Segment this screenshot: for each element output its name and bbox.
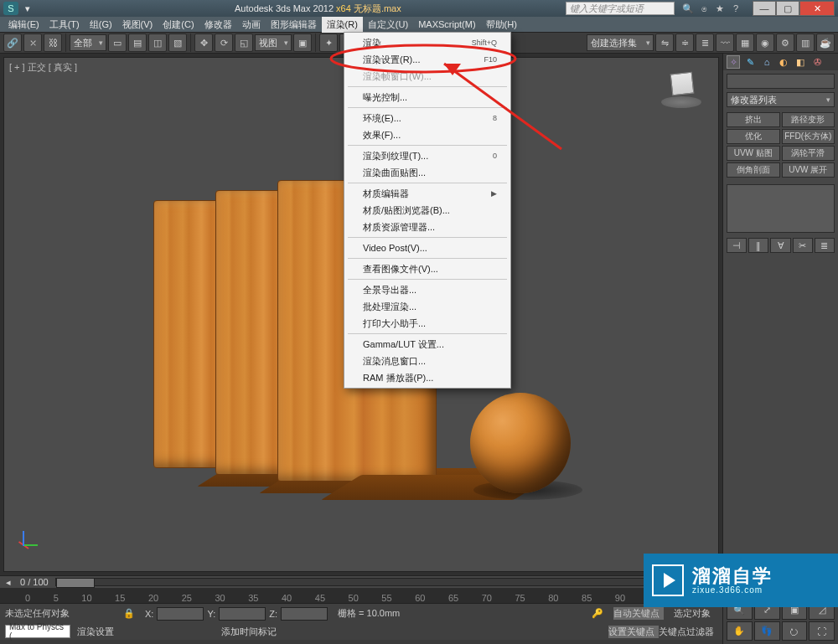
- stack-remove-icon[interactable]: ✂: [793, 238, 813, 253]
- layers-icon[interactable]: ≣: [696, 33, 714, 52]
- stack-show-icon[interactable]: ‖: [748, 238, 768, 253]
- menu-item[interactable]: 打印大小助手...: [344, 315, 510, 332]
- quickaccess-icon[interactable]: ▾: [25, 3, 30, 14]
- modifier-stack[interactable]: [727, 184, 835, 233]
- render-setup-icon[interactable]: ⚙: [776, 33, 794, 52]
- menu-create[interactable]: 创建(C): [158, 17, 199, 33]
- coord-x-field[interactable]: [157, 607, 204, 621]
- menu-modifiers[interactable]: 修改器: [199, 17, 237, 33]
- menu-maxscript[interactable]: MAXScript(M): [413, 18, 480, 31]
- stack-config-icon[interactable]: ≣: [815, 238, 835, 253]
- menu-help[interactable]: 帮助(H): [481, 17, 522, 33]
- material-editor-icon[interactable]: ◉: [756, 33, 774, 52]
- menu-item[interactable]: 材质编辑器▶: [344, 185, 510, 202]
- bind-icon[interactable]: ⛓: [44, 33, 62, 52]
- help-icon[interactable]: ?: [729, 2, 742, 15]
- menu-item[interactable]: 查看图像文件(V)...: [344, 260, 510, 277]
- link-icon[interactable]: 🔗: [3, 33, 22, 52]
- menu-item[interactable]: 渲染Shift+Q: [344, 34, 510, 51]
- selset-combo[interactable]: 选定对象: [674, 607, 717, 620]
- timeline-left-icon[interactable]: ◂: [0, 577, 17, 588]
- key-mode-icon[interactable]: 🔑: [592, 608, 603, 619]
- ref-coord-combo[interactable]: 视图: [255, 34, 292, 51]
- menu-item[interactable]: 材质资源管理器...: [344, 219, 510, 235]
- tab-utilities-icon[interactable]: ✇: [810, 55, 824, 69]
- coord-y-field[interactable]: [219, 607, 266, 621]
- tab-display-icon[interactable]: ◧: [794, 55, 807, 69]
- move-icon[interactable]: ✥: [194, 33, 213, 52]
- modifier-button[interactable]: 优化: [727, 129, 780, 144]
- menu-animation[interactable]: 动画: [237, 17, 266, 33]
- tab-create-icon[interactable]: ✧: [727, 55, 740, 69]
- render-icon[interactable]: ☕: [816, 33, 835, 52]
- menu-rendering[interactable]: 渲染(R): [322, 17, 363, 33]
- menu-group[interactable]: 组(G): [85, 17, 117, 33]
- tab-hierarchy-icon[interactable]: ⌂: [760, 55, 773, 69]
- menu-item[interactable]: 全景导出器...: [344, 281, 510, 298]
- menu-item[interactable]: 渲染消息窗口...: [344, 353, 510, 369]
- lock-selection-icon[interactable]: 🔒: [123, 608, 135, 619]
- modifier-button[interactable]: FFD(长方体): [782, 129, 835, 144]
- menu-item[interactable]: 渲染设置(R)...F10: [344, 51, 510, 68]
- menu-item[interactable]: 渲染帧窗口(W)...: [344, 68, 510, 85]
- frame-ruler[interactable]: 0510152025303540455055606570758085909510…: [0, 588, 722, 603]
- time-slider-thumb[interactable]: [56, 578, 95, 588]
- named-sel-combo[interactable]: 创建选择集: [587, 34, 654, 51]
- menu-item[interactable]: 批处理渲染...: [344, 298, 510, 315]
- stack-unique-icon[interactable]: ∀: [770, 238, 790, 253]
- nav-pan-icon[interactable]: ✋: [727, 621, 753, 641]
- help-search-input[interactable]: 键入关键字或短语: [566, 2, 675, 15]
- time-slider[interactable]: [55, 578, 702, 586]
- modifier-list-combo[interactable]: 修改器列表: [727, 92, 835, 107]
- signin-icon[interactable]: ⍟: [697, 2, 711, 15]
- select-name-icon[interactable]: ▤: [128, 33, 147, 52]
- selection-filter-combo[interactable]: 全部: [70, 34, 106, 51]
- select-icon[interactable]: ▭: [108, 33, 127, 52]
- modifier-button[interactable]: 路径变形: [782, 112, 835, 127]
- menu-item[interactable]: RAM 播放器(P)...: [344, 369, 510, 386]
- menu-item[interactable]: 效果(F)...: [344, 126, 510, 143]
- object-name-field[interactable]: [727, 74, 835, 89]
- rotate-icon[interactable]: ⟳: [215, 33, 233, 52]
- scale-icon[interactable]: ◱: [235, 33, 253, 52]
- schematic-icon[interactable]: ▦: [736, 33, 754, 52]
- render-frame-icon[interactable]: ▥: [796, 33, 815, 52]
- window-crossing-icon[interactable]: ▧: [168, 33, 187, 52]
- menu-item[interactable]: 材质/贴图浏览器(B)...: [344, 202, 510, 219]
- autokey-button[interactable]: 自动关键点: [613, 607, 664, 620]
- modifier-button[interactable]: 倒角剖面: [727, 162, 780, 178]
- stack-pin-icon[interactable]: ⊣: [727, 238, 747, 253]
- modifier-button[interactable]: 挤出: [727, 112, 780, 127]
- snap-icon[interactable]: ✦: [319, 33, 338, 52]
- maxscript-listener[interactable]: Max to Physcs (: [5, 625, 70, 638]
- minimize-button[interactable]: —: [753, 1, 776, 16]
- menu-item[interactable]: 曝光控制...: [344, 89, 510, 106]
- keyfilter-button[interactable]: 关键点过滤器: [659, 626, 717, 638]
- menu-item[interactable]: Gamma/LUT 设置...: [344, 336, 510, 353]
- modifier-button[interactable]: UVW 展开: [782, 162, 835, 178]
- close-button[interactable]: ✕: [799, 1, 835, 16]
- viewcube[interactable]: [658, 66, 705, 113]
- modifier-button[interactable]: UVW 贴图: [727, 146, 780, 161]
- favorite-icon[interactable]: ★: [713, 2, 727, 15]
- time-tag-button[interactable]: 添加时间标记: [221, 626, 277, 638]
- menu-item[interactable]: 渲染曲面贴图...: [344, 164, 510, 181]
- setkey-button[interactable]: 设置关键点: [608, 626, 659, 638]
- maximize-button[interactable]: ▢: [776, 1, 799, 16]
- align-icon[interactable]: ≑: [675, 33, 694, 52]
- menu-item[interactable]: Video Post(V)...: [344, 240, 510, 256]
- curve-editor-icon[interactable]: 〰: [716, 33, 734, 52]
- menu-item[interactable]: 渲染到纹理(T)...0: [344, 147, 510, 164]
- select-region-icon[interactable]: ◫: [148, 33, 167, 52]
- unlink-icon[interactable]: ⤫: [23, 33, 42, 52]
- menu-customize[interactable]: 自定义(U): [363, 17, 413, 33]
- viewport-label[interactable]: [ + ] 正交 [ 真实 ]: [9, 61, 77, 74]
- menu-tools[interactable]: 工具(T): [44, 17, 85, 33]
- menu-view[interactable]: 视图(V): [117, 17, 158, 33]
- app-logo[interactable]: S: [3, 2, 18, 15]
- pivot-icon[interactable]: ▣: [293, 33, 312, 52]
- search-icon[interactable]: 🔍: [681, 2, 695, 15]
- nav-walk-icon[interactable]: 👣: [754, 621, 780, 641]
- mirror-icon[interactable]: ⇋: [655, 33, 674, 52]
- coord-z-field[interactable]: [281, 607, 328, 621]
